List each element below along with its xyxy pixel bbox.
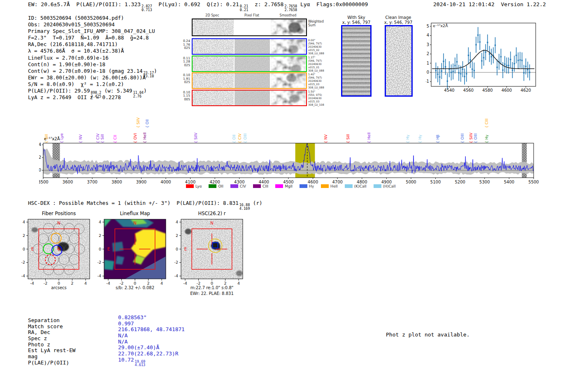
match-row-label-5: Est LyA rest-EW — [28, 347, 76, 353]
svg-text:-2: -2 — [197, 281, 200, 285]
spacer — [495, 1, 501, 7]
legend-item-Hγ: Hγ — [300, 184, 314, 188]
report-datetime-version: 2024-10-21 12:01:42 Version 1.22.2 — [433, 1, 546, 8]
spec2d-image-segment — [193, 39, 234, 54]
clean-image-coords: x, y: 546, 797 — [379, 20, 417, 25]
stacked-uncertainty: 2.76582.7658 — [284, 5, 297, 12]
svg-text:4: 4 — [23, 220, 25, 224]
svg-text:4200: 4200 — [209, 180, 220, 184]
stacked-uncertainty: 0.210.21 — [240, 5, 248, 12]
legend-swatch — [275, 184, 283, 188]
spec2d-image-segment — [193, 56, 234, 71]
spec2d-image-segment — [271, 56, 306, 71]
text-segment: RA,Dec (216.618118,48.741711) — [28, 41, 118, 47]
text-segment: λ = 4576.86Å σ = 10.43(±2.38)Å — [28, 48, 124, 54]
match-row-value-2: 216.617868, 48.741871 — [118, 326, 185, 332]
legend-label: (K)CaII — [354, 184, 367, 188]
svg-text:4000: 4000 — [160, 180, 171, 184]
lineflux-caption: s/b: 2.32 +/- 0.082 — [100, 285, 170, 290]
emission-line-label-Hβ: { Hβ — [436, 135, 440, 143]
svg-text:2: 2 — [71, 281, 73, 285]
svg-text:-4: -4 — [183, 281, 187, 285]
full-spectrum-plot: 0243500360037003800390040004100420043004… — [39, 140, 539, 186]
svg-text:5: 5 — [427, 24, 429, 28]
spec2d-image-segment — [235, 39, 270, 54]
svg-text:0: 0 — [134, 281, 136, 285]
match-row-label-1: Match score — [28, 323, 63, 329]
svg-text:4560: 4560 — [463, 88, 474, 93]
info-line-3: F=2.3" T=0.197 N̄=1.09 Ā=0.88 ḡ=24.8 — [28, 35, 157, 41]
detection-info-block: ID: 5003520694 (5003520694.pdf)Obs: 2024… — [28, 15, 157, 101]
weighted-sum-label: WeightedSum — [308, 20, 324, 27]
line-fit-zoom-plot: -101234545404560458046004620e⁻¹⁷x2Å — [426, 17, 551, 96]
svg-text:-2: -2 — [44, 281, 47, 285]
svg-text:5100: 5100 — [430, 180, 441, 184]
legend-item-HeII: HeII — [321, 184, 338, 188]
svg-text:-2: -2 — [174, 260, 178, 264]
emission-line-label-OIII: { OIII — [474, 133, 478, 143]
legend-label: HeII — [330, 184, 338, 188]
summary-stats-line: EW: 20.6±5.7Å P(LAE)/P(OII): 1.3232.8270… — [28, 1, 368, 12]
spec2d-image-segment — [271, 90, 306, 105]
fiber-xaxis-label: arcsecs — [28, 285, 90, 290]
with-sky-noise — [342, 26, 370, 95]
legend-label: CIV — [240, 184, 246, 188]
emission-line-label-OII: { OII — [232, 135, 236, 143]
spec2d-row-right-labels: 1.50"(550, 975)20240630v015_03308_LU_108 — [308, 90, 324, 107]
emission-line-label-CIV: { CIV — [96, 133, 100, 143]
report-datetime: 2024-10-21 12:01:42 — [433, 1, 495, 7]
svg-text:5200: 5200 — [455, 180, 465, 184]
text-segment: Cont(w) = 2.70(±0.09)e-18 (gmag 23.14 — [28, 68, 142, 74]
svg-text:N: N — [57, 221, 60, 225]
text-segment: ID: 5003520694 (5003520694.pdf) — [28, 15, 124, 21]
text-segment: ) — [144, 88, 147, 94]
svg-text:2: 2 — [224, 281, 226, 285]
text-segment: 0.997 — [118, 320, 134, 327]
svg-text:E: E — [31, 247, 34, 251]
svg-text:-4: -4 — [98, 274, 101, 278]
svg-text:2: 2 — [427, 51, 429, 56]
emission-line-label-OVI: { OVI — [134, 133, 137, 143]
emission-line-label-CIII: { CIII — [485, 118, 489, 128]
info-line-0: ID: 5003520694 (5003520694.pdf) — [28, 15, 157, 21]
stacked-uncertainty: 11.042.76 — [133, 91, 144, 98]
match-row-label-6: mag — [28, 353, 37, 360]
svg-text:0: 0 — [211, 281, 213, 285]
text-segment: (w: 5.349 — [101, 88, 132, 94]
svg-text:2: 2 — [23, 233, 25, 238]
spec2d-row — [192, 19, 307, 36]
text-segment: Primary Spec_Slot_IFU_AMP: 308_047_024_L… — [28, 28, 155, 34]
emission-line-label-SiIV: { SiIV — [469, 132, 473, 143]
svg-text:4: 4 — [160, 281, 163, 285]
svg-text:4600: 4600 — [502, 88, 512, 93]
svg-text:4580: 4580 — [482, 88, 492, 93]
stacked-uncertainty: 2.8270.713 — [142, 5, 152, 12]
match-row-label-0: Separation — [28, 317, 60, 323]
svg-text:5400: 5400 — [504, 180, 514, 184]
svg-text:N: N — [133, 221, 136, 225]
text-segment: 216.617868, 48.741871 — [118, 326, 185, 332]
match-row-value-5: 29.00(±7.40)Å — [118, 344, 159, 350]
spec2d-panel: 2D SpecPixel FlatSmoothedWeightedSum0.24… — [181, 12, 329, 108]
legend-label: MgII — [285, 184, 293, 188]
text-segment: EW: 20.6±5.7Å P(LAE)/P(OII): 1.323 — [28, 1, 141, 7]
info-line-4: RA,Dec (216.618118,48.741711) — [28, 41, 157, 48]
legend-swatch — [300, 184, 307, 188]
emission-line-label-NV: { NV — [79, 135, 83, 143]
svg-text:4620: 4620 — [520, 88, 531, 93]
svg-text:4300: 4300 — [234, 180, 244, 184]
legend-swatch — [186, 184, 194, 188]
info-line-8: Cont(w) = 2.70(±0.09)e-18 (gmag 23.1423.… — [28, 68, 157, 74]
text-segment: 22.70(22.68,22.73)R — [118, 350, 178, 357]
spec2d-image-segment — [271, 73, 306, 88]
emission-line-label-SiIV: { SiIV — [137, 117, 140, 128]
legend-item-Lyα: Lyα — [186, 184, 202, 188]
spec2d-image-segment — [271, 19, 306, 35]
legend-swatch — [374, 184, 381, 188]
text-segment: 0.828563" — [118, 314, 146, 320]
svg-text:1: 1 — [427, 61, 429, 65]
text-segment: (r) — [250, 200, 262, 206]
text-segment: N/A — [118, 339, 128, 345]
svg-text:-2: -2 — [98, 260, 101, 264]
legend-item-OII: OII — [209, 184, 223, 188]
